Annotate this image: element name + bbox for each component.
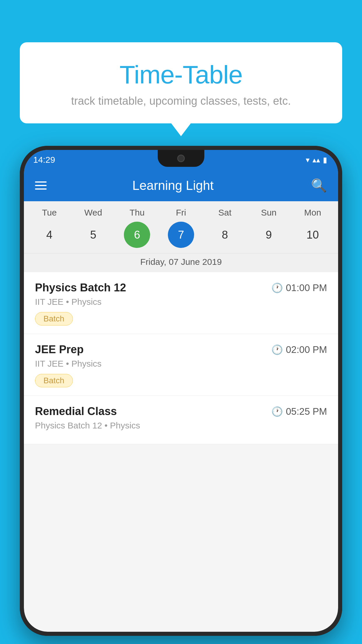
schedule-time-2: 🕐 02:00 PM: [271, 344, 327, 355]
battery-icon: ▮: [323, 155, 327, 164]
selected-date-label: Friday, 07 June 2019: [24, 253, 338, 272]
day-num-10[interactable]: 10: [300, 222, 326, 248]
schedule-item-2[interactable]: JEE Prep 🕐 02:00 PM IIT JEE • Physics Ba…: [24, 334, 338, 396]
status-time: 14:29: [33, 155, 55, 165]
phone-mockup: 14:29 ▾ ▴▴ ▮ Learning Light 🔍: [20, 146, 342, 636]
schedule-item-3[interactable]: Remedial Class 🕐 05:25 PM Physics Batch …: [24, 396, 338, 444]
day-num-8[interactable]: 8: [212, 222, 238, 248]
schedule-item-header-2: JEE Prep 🕐 02:00 PM: [35, 343, 327, 356]
app-bar: Learning Light 🔍: [24, 170, 338, 201]
wifi-icon: ▾: [306, 155, 310, 164]
batch-badge-2: Batch: [35, 374, 73, 387]
day-label-thu[interactable]: Thu: [124, 208, 150, 218]
day-label-wed[interactable]: Wed: [80, 208, 106, 218]
status-icons: ▾ ▴▴ ▮: [306, 155, 327, 164]
day-num-6[interactable]: 6: [124, 222, 150, 248]
notch: [158, 150, 204, 167]
calendar-strip: Tue Wed Thu Fri Sat Sun Mon 4 5 6 7 8 9 …: [24, 201, 338, 272]
speech-bubble-subtitle: track timetable, upcoming classes, tests…: [31, 95, 331, 107]
schedule-item-header-1: Physics Batch 12 🕐 01:00 PM: [35, 281, 327, 294]
phone-screen: 14:29 ▾ ▴▴ ▮ Learning Light 🔍: [24, 150, 338, 632]
schedule-time-text-2: 02:00 PM: [286, 344, 327, 355]
schedule-time-3: 🕐 05:25 PM: [271, 406, 327, 417]
schedule-subtitle-3: Physics Batch 12 • Physics: [35, 421, 327, 430]
signal-icon: ▴▴: [312, 155, 320, 164]
schedule-time-1: 🕐 01:00 PM: [271, 282, 327, 293]
day-label-fri[interactable]: Fri: [168, 208, 194, 218]
hamburger-icon[interactable]: [35, 181, 47, 190]
day-label-tue[interactable]: Tue: [36, 208, 62, 218]
app-title: Learning Light: [56, 178, 290, 193]
batch-badge-1: Batch: [35, 312, 73, 326]
schedule-time-text-1: 01:00 PM: [286, 282, 327, 293]
schedule-subtitle-1: IIT JEE • Physics: [35, 297, 327, 307]
day-numbers: 4 5 6 7 8 9 10: [24, 222, 338, 248]
speech-bubble: Time-Table track timetable, upcoming cla…: [20, 42, 342, 123]
schedule-time-text-3: 05:25 PM: [286, 406, 327, 417]
schedule-title-3: Remedial Class: [35, 405, 117, 418]
schedule-title-1: Physics Batch 12: [35, 281, 126, 294]
day-num-4[interactable]: 4: [36, 222, 62, 248]
day-num-5[interactable]: 5: [80, 222, 106, 248]
day-headers: Tue Wed Thu Fri Sat Sun Mon: [24, 208, 338, 218]
day-label-sun[interactable]: Sun: [256, 208, 282, 218]
clock-icon-2: 🕐: [271, 344, 283, 355]
speech-bubble-container: Time-Table track timetable, upcoming cla…: [20, 42, 342, 123]
schedule-item-1[interactable]: Physics Batch 12 🕐 01:00 PM IIT JEE • Ph…: [24, 272, 338, 334]
phone-container: 14:29 ▾ ▴▴ ▮ Learning Light 🔍: [20, 146, 342, 644]
day-label-mon[interactable]: Mon: [300, 208, 326, 218]
day-num-7[interactable]: 7: [168, 222, 194, 248]
clock-icon-1: 🕐: [271, 282, 283, 293]
day-label-sat[interactable]: Sat: [212, 208, 238, 218]
day-num-9[interactable]: 9: [256, 222, 282, 248]
camera: [177, 155, 185, 162]
schedule-list: Physics Batch 12 🕐 01:00 PM IIT JEE • Ph…: [24, 272, 338, 444]
schedule-title-2: JEE Prep: [35, 343, 84, 356]
search-icon[interactable]: 🔍: [311, 178, 327, 193]
schedule-subtitle-2: IIT JEE • Physics: [35, 359, 327, 369]
clock-icon-3: 🕐: [271, 406, 283, 417]
speech-bubble-title: Time-Table: [31, 60, 331, 90]
schedule-item-header-3: Remedial Class 🕐 05:25 PM: [35, 405, 327, 418]
